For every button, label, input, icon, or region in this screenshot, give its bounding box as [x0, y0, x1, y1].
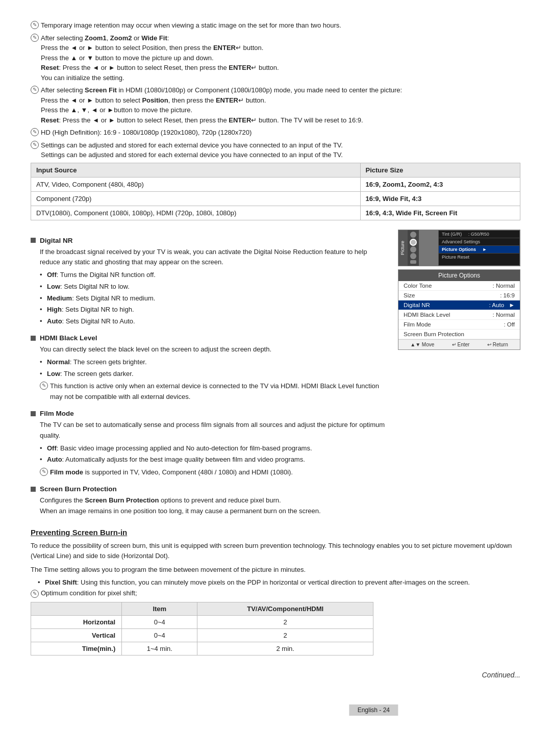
screen-burn-body: Configures the Screen Burn Protection op… — [40, 495, 388, 517]
tv-menu-advanced: Advanced Settings — [439, 238, 519, 246]
digital-nr-body: If the broadcast signal received by your… — [40, 247, 388, 327]
table-row: Horizontal 0~4 2 — [31, 616, 373, 629]
note-icon-2: ✎ — [31, 34, 39, 42]
digital-nr-list: Off: Turns the Digital NR function off. … — [40, 270, 388, 327]
opt-val: : 16:9 — [500, 292, 515, 298]
size-cell: 16:9, 4:3, Wide Fit, Screen Fit — [360, 206, 520, 220]
digital-nr-heading: Digital NR — [31, 237, 388, 244]
options-panel: Picture Options Color Tone : Normal Size… — [398, 269, 520, 350]
note-icon-3: ✎ — [31, 86, 39, 94]
opt-label: Size — [404, 292, 415, 298]
note-icon: ✎ — [40, 382, 48, 390]
pixel-row-label-1: Horizontal — [31, 616, 122, 629]
opt-val: : Normal — [493, 283, 515, 289]
sq-bullet-icon — [31, 336, 36, 341]
list-item: Low: Sets Digital NR to low. — [40, 282, 388, 292]
screen-burn-intro: Configures the Screen Burn Protection op… — [40, 495, 388, 517]
tv-picture-label: Picture — [398, 230, 408, 266]
film-mode-note: ✎ Film mode is supported in TV, Video, C… — [40, 467, 388, 478]
film-mode-list: Off: Basic video image processing applie… — [40, 443, 388, 466]
opt-val: : Normal — [493, 312, 515, 318]
pixel-row-value-1: 2 — [197, 616, 373, 629]
source-table-header-2: Picture Size — [360, 163, 520, 177]
pixel-table-header-item: Item — [122, 602, 197, 616]
sq-bullet-icon — [31, 487, 36, 492]
note-1: ✎ Temporary image retention may occur wh… — [31, 20, 520, 31]
burn-note: ✎ Optimum condition for pixel shift; — [31, 589, 520, 598]
tv-icon-1 — [410, 232, 416, 238]
list-item: Pixel Shift: Using this function, you ca… — [38, 578, 520, 586]
list-item: Off: Basic video image processing applie… — [40, 443, 388, 454]
burn-note-text: Optimum condition for pixel shift; — [41, 589, 137, 597]
burn-heading: Preventing Screen Burn-in — [31, 528, 520, 537]
tv-icon-5 — [410, 260, 416, 264]
source-cell: Component (720p) — [31, 191, 361, 206]
table-row: Component (720p) 16:9, Wide Fit, 4:3 — [31, 191, 520, 206]
note-icon-1: ✎ — [31, 21, 39, 29]
left-content: Digital NR If the broadcast signal recei… — [31, 230, 388, 517]
table-row: DTV(1080i), Component (1080i, 1080p), HD… — [31, 206, 520, 220]
note-text-1: Temporary image retention may occur when… — [41, 20, 520, 31]
footer-enter: ↵ Enter — [452, 342, 470, 347]
list-item: Medium: Sets Digital NR to medium. — [40, 293, 388, 304]
pixel-row-value-2: 2 — [197, 629, 373, 642]
note-icon: ✎ — [31, 590, 39, 598]
list-item: Normal: The screen gets brighter. — [40, 357, 388, 368]
list-item: Auto: Automatically adjusts for the best… — [40, 455, 388, 465]
note-icon: ✎ — [40, 468, 48, 476]
opt-val: : Auto ► — [489, 302, 515, 308]
pixel-table-header-hdmi: TV/AV/Component/HDMI — [197, 602, 373, 616]
list-item: Auto: Sets Digital NR to Auto. — [40, 316, 388, 327]
note-5: ✎ Settings can be adjusted and stored fo… — [31, 140, 520, 160]
preventing-burn-section: Preventing Screen Burn-in To reduce the … — [31, 528, 520, 656]
pixel-table-header-empty — [31, 602, 122, 616]
opt-label: Film Mode — [404, 321, 431, 327]
options-footer: ▲▼ Move ↵ Enter ↩ Return — [398, 339, 520, 349]
hdmi-black-heading: HDMI Black Level — [31, 334, 388, 342]
table-row: Time(min.) 1~4 min. 2 min. — [31, 642, 373, 656]
size-cell: 16:9, Wide Fit, 4:3 — [360, 191, 520, 206]
burn-para1: To reduce the possibility of screen burn… — [31, 541, 520, 562]
tv-menu-picture-reset: Picture Reset — [439, 254, 519, 261]
table-row: ATV, Video, Component (480i, 480p) 16:9,… — [31, 177, 520, 191]
list-item: Low: The screen gets darker. — [40, 369, 388, 380]
note-text-3: After selecting Screen Fit in HDMI (1080… — [41, 85, 520, 125]
options-row-screenburn: Screen Burn Protection — [398, 330, 520, 339]
pixel-row-value-3: 2 min. — [197, 642, 373, 656]
tv-screen-panel: Picture Tint (G/R) : G50/R50 Advanced Se… — [398, 230, 520, 266]
screen-burn-heading: Screen Burn Protection — [31, 485, 388, 493]
film-mode-heading: Film Mode — [31, 410, 388, 417]
footer-return: ↩ Return — [487, 342, 508, 347]
burn-bullet-list: Pixel Shift: Using this function, you ca… — [38, 578, 520, 586]
list-item: Off: Turns the Digital NR function off. — [40, 270, 388, 281]
opt-label: Digital NR — [404, 302, 430, 308]
film-mode-intro: The TV can be set to automatically sense… — [40, 420, 388, 441]
options-panel-title: Picture Options — [398, 270, 520, 281]
options-row-hdmiblack: HDMI Black Level : Normal — [398, 310, 520, 320]
tv-icon-3 — [410, 246, 416, 253]
digital-nr-intro: If the broadcast signal received by your… — [40, 247, 388, 268]
film-mode-body: The TV can be set to automatically sense… — [40, 420, 388, 478]
note-3: ✎ After selecting Screen Fit in HDMI (10… — [31, 85, 520, 125]
note-text-2: After selecting Zoom1, Zoom2 or Wide Fit… — [41, 33, 520, 83]
pixel-row-range-1: 0~4 — [122, 616, 197, 629]
note-text-5: Settings can be adjusted and stored for … — [41, 140, 520, 160]
pixel-row-range-2: 0~4 — [122, 629, 197, 642]
hdmi-black-list: Normal: The screen gets brighter. Low: T… — [40, 357, 388, 380]
sq-bullet-icon — [31, 411, 36, 416]
tv-menu-picture-options: Picture Options ► — [439, 246, 519, 254]
opt-label: Color Tone — [404, 283, 432, 289]
opt-label: HDMI Black Level — [404, 312, 450, 318]
pixel-row-label-2: Vertical — [31, 629, 122, 642]
pixel-row-label-3: Time(min.) — [31, 642, 122, 656]
hdmi-black-intro: You can directly select the black level … — [40, 344, 388, 355]
sq-bullet-icon — [31, 238, 36, 243]
note-icon-5: ✎ — [31, 141, 39, 149]
footer-move: ▲▼ Move — [410, 342, 434, 347]
burn-para2: The Time setting allows you to program t… — [31, 565, 520, 575]
note-2: ✎ After selecting Zoom1, Zoom2 or Wide F… — [31, 33, 520, 83]
list-item: High: Sets Digital NR to high. — [40, 305, 388, 315]
page-footer-container: English - 24 — [31, 689, 520, 716]
page-footer-label: English - 24 — [349, 704, 398, 716]
source-table-header-1: Input Source — [31, 163, 361, 177]
